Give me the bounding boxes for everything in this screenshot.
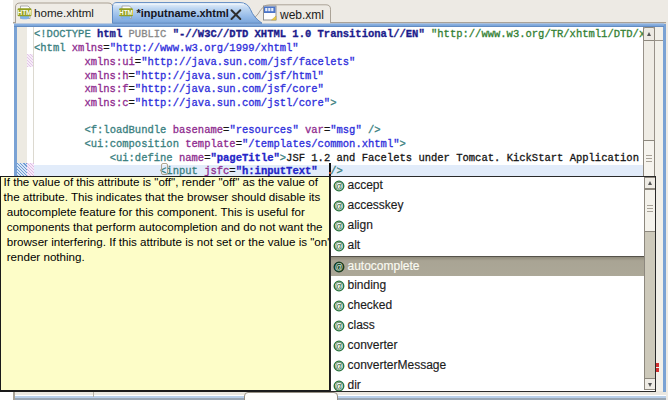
svg-text:@: @ [335, 242, 343, 251]
svg-text:*inputname.xhtml: *inputname.xhtml [137, 7, 229, 19]
svg-text:@: @ [335, 322, 343, 331]
svg-text:HTM: HTM [18, 9, 32, 16]
svg-text:@: @ [335, 182, 343, 191]
svg-text:home.xhtml: home.xhtml [34, 6, 94, 19]
svg-text:web.xml: web.xml [279, 8, 324, 22]
svg-text:@: @ [335, 302, 343, 311]
svg-text:@: @ [335, 282, 343, 291]
svg-text:@: @ [335, 202, 343, 211]
svg-text:@: @ [335, 263, 343, 272]
svg-text:@: @ [335, 382, 343, 391]
svg-text:@: @ [335, 362, 343, 371]
svg-text:HTM: HTM [119, 9, 133, 16]
svg-text:@: @ [335, 342, 343, 351]
svg-text:@: @ [335, 222, 343, 231]
